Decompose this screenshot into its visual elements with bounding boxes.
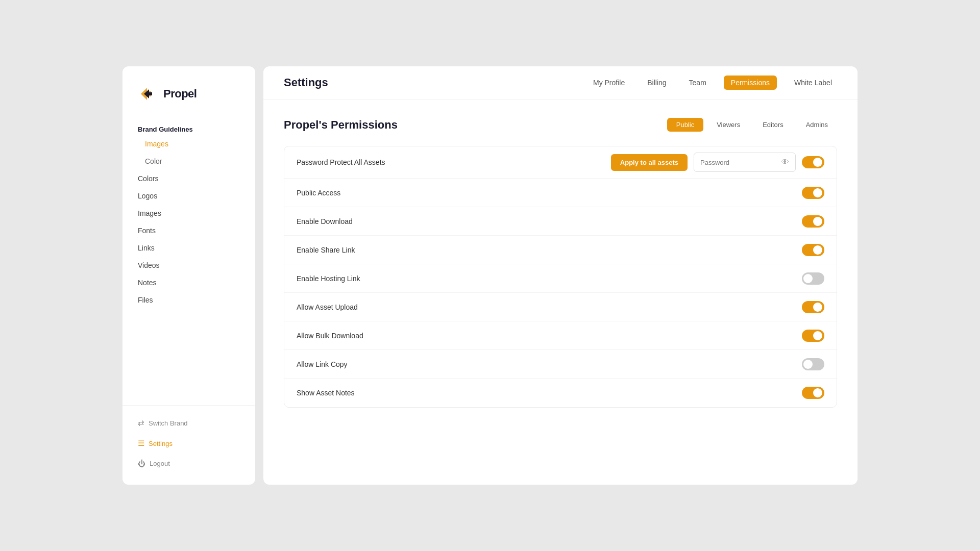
row-allow-link-copy: Allow Link Copy <box>284 350 837 379</box>
logo-area: Propel <box>122 83 255 121</box>
allow-bulk-download-label: Allow Bulk Download <box>297 332 802 340</box>
sidebar-item-links[interactable]: Links <box>131 239 247 257</box>
logo-text: Propel <box>163 87 197 101</box>
show-asset-notes-toggle[interactable] <box>802 387 824 399</box>
public-access-toggle[interactable] <box>802 187 824 199</box>
nav-white-label[interactable]: White Label <box>789 76 837 90</box>
sidebar-item-files-label: Files <box>138 296 153 304</box>
sidebar-item-logos[interactable]: Logos <box>131 187 247 205</box>
page-title: Settings <box>284 76 328 89</box>
sidebar-item-notes-label: Notes <box>138 279 157 287</box>
nav-team[interactable]: Team <box>684 76 712 90</box>
logout-label: Logout <box>150 460 170 467</box>
top-bar: Settings My Profile Billing Team Permiss… <box>263 66 857 99</box>
sidebar-item-images[interactable]: Images <box>131 135 247 153</box>
nav-permissions[interactable]: Permissions <box>724 76 777 90</box>
sidebar-item-fonts[interactable]: Fonts <box>131 222 247 239</box>
propel-logo-icon <box>137 83 159 105</box>
sidebar-item-images-label: Images <box>145 140 168 148</box>
show-asset-notes-label: Show Asset Notes <box>297 389 802 397</box>
tab-public[interactable]: Public <box>667 118 703 132</box>
enable-share-link-label: Enable Share Link <box>297 246 802 254</box>
permissions-header: Propel's Permissions Public Viewers Edit… <box>284 118 837 132</box>
allow-bulk-download-toggle[interactable] <box>802 330 824 342</box>
switch-brand-icon: ⇄ <box>138 418 144 428</box>
password-field: 👁 <box>694 153 796 172</box>
app-container: Propel Brand Guidelines Images Color Col… <box>122 66 857 485</box>
row-public-access: Public Access <box>284 179 837 207</box>
permissions-title: Propel's Permissions <box>284 118 398 132</box>
row-enable-download: Enable Download <box>284 207 837 236</box>
sidebar-footer: ⇄ Switch Brand ☰ Settings ⏻ Logout <box>122 405 255 485</box>
permissions-card: Password Protect All Assets Apply to all… <box>284 146 837 408</box>
allow-asset-upload-label: Allow Asset Upload <box>297 303 802 311</box>
tab-viewers[interactable]: Viewers <box>707 118 749 132</box>
tab-editors[interactable]: Editors <box>753 118 792 132</box>
settings-label: Settings <box>149 440 173 447</box>
allow-link-copy-label: Allow Link Copy <box>297 360 802 368</box>
row-enable-hosting-link: Enable Hosting Link <box>284 264 837 293</box>
enable-download-label: Enable Download <box>297 217 802 226</box>
allow-link-copy-toggle[interactable] <box>802 358 824 370</box>
logout-button[interactable]: ⏻ Logout <box>131 455 247 472</box>
permissions-area: Propel's Permissions Public Viewers Edit… <box>263 99 857 485</box>
sidebar-item-images2[interactable]: Images <box>131 205 247 222</box>
brand-guidelines-label: Brand Guidelines <box>131 121 247 135</box>
row-enable-share-link: Enable Share Link <box>284 236 837 264</box>
nav-billing[interactable]: Billing <box>642 76 671 90</box>
sidebar-nav: Brand Guidelines Images Color Colors Log… <box>122 121 255 405</box>
sidebar-item-fonts-label: Fonts <box>138 227 156 235</box>
public-access-label: Public Access <box>297 189 802 197</box>
main-content: Settings My Profile Billing Team Permiss… <box>263 66 857 485</box>
top-nav: My Profile Billing Team Permissions Whit… <box>588 76 837 90</box>
enable-hosting-link-toggle[interactable] <box>802 272 824 285</box>
sidebar: Propel Brand Guidelines Images Color Col… <box>122 66 255 485</box>
eye-icon[interactable]: 👁 <box>781 158 789 167</box>
row-show-asset-notes: Show Asset Notes <box>284 379 837 407</box>
allow-asset-upload-toggle[interactable] <box>802 301 824 313</box>
sidebar-item-colors[interactable]: Colors <box>131 170 247 187</box>
sidebar-item-colors-label: Colors <box>138 174 158 183</box>
password-protect-toggle[interactable] <box>802 156 824 168</box>
sidebar-item-images2-label: Images <box>138 209 161 217</box>
row-allow-bulk-download: Allow Bulk Download <box>284 321 837 350</box>
logout-icon: ⏻ <box>138 459 145 468</box>
sidebar-item-logos-label: Logos <box>138 192 157 200</box>
sidebar-item-links-label: Links <box>138 244 155 252</box>
permissions-tab-group: Public Viewers Editors Admins <box>667 118 837 132</box>
password-protect-row: Password Protect All Assets Apply to all… <box>284 146 837 179</box>
sidebar-item-color[interactable]: Color <box>131 153 247 170</box>
sidebar-item-color-label: Color <box>145 157 162 165</box>
switch-brand-button[interactable]: ⇄ Switch Brand <box>131 414 247 432</box>
enable-share-link-toggle[interactable] <box>802 244 824 256</box>
password-protect-label: Password Protect All Assets <box>297 158 605 166</box>
settings-icon: ☰ <box>138 439 144 448</box>
sidebar-item-videos-label: Videos <box>138 261 160 269</box>
settings-button[interactable]: ☰ Settings <box>131 434 247 453</box>
sidebar-item-videos[interactable]: Videos <box>131 257 247 274</box>
toggle-knob <box>813 158 822 167</box>
enable-hosting-link-label: Enable Hosting Link <box>297 274 802 283</box>
switch-brand-label: Switch Brand <box>149 419 188 427</box>
apply-to-all-assets-button[interactable]: Apply to all assets <box>611 154 688 171</box>
tab-admins[interactable]: Admins <box>797 118 837 132</box>
sidebar-item-notes[interactable]: Notes <box>131 274 247 291</box>
row-allow-asset-upload: Allow Asset Upload <box>284 293 837 321</box>
enable-download-toggle[interactable] <box>802 215 824 228</box>
sidebar-item-files[interactable]: Files <box>131 291 247 309</box>
nav-my-profile[interactable]: My Profile <box>588 76 630 90</box>
password-input[interactable] <box>700 159 777 166</box>
